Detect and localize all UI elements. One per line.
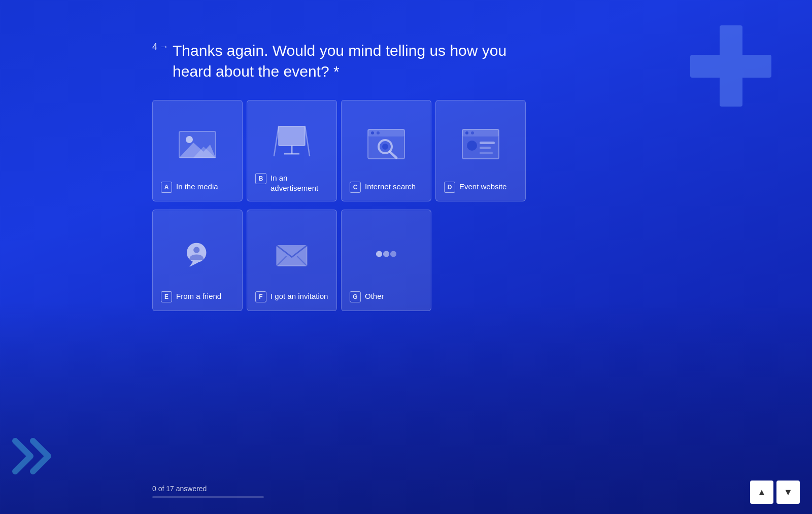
website-icon — [460, 126, 501, 162]
nav-buttons: ▲ ▼ — [750, 481, 800, 504]
svg-point-1 — [186, 136, 193, 143]
progress-bar-container — [152, 496, 264, 498]
option-b-key: B — [255, 173, 266, 184]
crowd-decoration — [0, 301, 812, 514]
svg-point-12 — [371, 131, 374, 134]
svg-point-31 — [376, 251, 382, 257]
advertisement-icon — [272, 122, 312, 158]
progress-text: 0 of 17 answered — [152, 485, 207, 493]
option-b-text: In an advertisement — [270, 173, 328, 193]
svg-point-16 — [382, 144, 388, 150]
option-d[interactable]: D Event website — [435, 100, 526, 201]
option-b-icon-area — [255, 111, 328, 169]
option-b[interactable]: B In an advertisement — [247, 100, 337, 201]
option-c-key: C — [350, 182, 361, 193]
nav-down-icon: ▼ — [784, 487, 793, 498]
option-a[interactable]: A In the media — [152, 100, 243, 201]
svg-line-8 — [274, 126, 279, 156]
svg-rect-22 — [480, 142, 495, 144]
svg-rect-24 — [480, 152, 493, 154]
nav-down-button[interactable]: ▼ — [776, 481, 800, 504]
svg-marker-26 — [189, 261, 198, 267]
option-f-text: I got an invitation — [270, 291, 328, 301]
option-d-key: D — [444, 182, 455, 193]
option-c-text: Internet search — [365, 182, 416, 192]
svg-line-9 — [305, 126, 310, 156]
svg-rect-5 — [279, 126, 305, 146]
svg-point-20 — [471, 131, 474, 134]
option-g-icon-area — [350, 220, 423, 287]
options-row1: A In the media B In an adv — [152, 100, 782, 205]
progress-area: 0 of 17 answered — [152, 484, 264, 498]
svg-point-33 — [390, 251, 396, 257]
option-a-key: A — [161, 182, 172, 193]
other-icon — [368, 237, 404, 270]
option-a-text: In the media — [176, 182, 218, 192]
friend-icon — [180, 237, 215, 270]
invitation-icon — [274, 237, 310, 270]
option-g-label: G Other — [350, 291, 423, 302]
option-d-icon-area — [444, 111, 517, 178]
option-e-text: From a friend — [176, 291, 221, 301]
media-icon — [177, 126, 218, 162]
svg-point-21 — [467, 141, 477, 151]
nav-up-icon: ▲ — [757, 487, 766, 498]
option-g-key: G — [350, 291, 361, 302]
option-f-label: F I got an invitation — [255, 291, 328, 302]
option-f[interactable]: F I got an invitation — [247, 210, 337, 311]
search-icon — [366, 126, 407, 162]
option-c-icon-area — [350, 111, 423, 178]
main-content: 4 → Thanks again. Would you mind telling… — [152, 41, 782, 311]
options-row2: E From a friend F I got an invitation — [152, 210, 782, 311]
svg-point-32 — [383, 251, 389, 257]
svg-point-19 — [465, 131, 468, 134]
question-arrow: → — [159, 42, 168, 52]
option-a-label: A In the media — [161, 182, 234, 193]
arrows-decoration — [10, 431, 66, 484]
option-d-text: Event website — [459, 182, 506, 192]
svg-point-27 — [193, 247, 199, 253]
option-f-icon-area — [255, 220, 328, 287]
option-b-label: B In an advertisement — [255, 173, 328, 193]
option-c-label: C Internet search — [350, 182, 423, 193]
option-f-key: F — [255, 291, 266, 302]
question-number: 4 → — [152, 41, 168, 52]
option-e-icon-area — [161, 220, 234, 287]
question-header: 4 → Thanks again. Would you mind telling… — [152, 41, 538, 82]
option-g-text: Other — [365, 291, 384, 301]
option-d-label: D Event website — [444, 182, 517, 193]
option-g[interactable]: G Other — [341, 210, 431, 311]
question-text: Thanks again. Would you mind telling us … — [173, 41, 538, 82]
svg-point-13 — [377, 131, 380, 134]
option-e[interactable]: E From a friend — [152, 210, 243, 311]
option-c[interactable]: C Internet search — [341, 100, 431, 201]
option-a-icon-area — [161, 111, 234, 178]
svg-rect-23 — [480, 147, 491, 149]
option-e-label: E From a friend — [161, 291, 234, 302]
option-e-key: E — [161, 291, 172, 302]
nav-up-button[interactable]: ▲ — [750, 481, 773, 504]
